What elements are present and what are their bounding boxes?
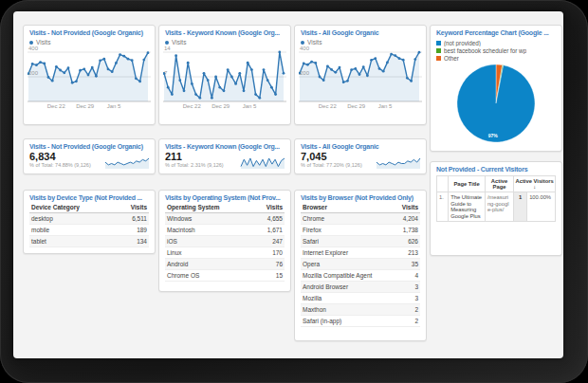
browser-table: BrowserVisitsChrome4,204Firefox1,738Safa… <box>301 203 420 327</box>
x-axis-tick-label: Jan 5 <box>243 103 257 109</box>
y-axis-tick-label: 14 <box>164 46 171 51</box>
widget-title[interactable]: Visits - All Google Organic <box>295 26 426 37</box>
legend-dot-icon <box>165 41 169 45</box>
widget-title[interactable]: Visits by Operating System (Not Prov... <box>159 191 290 202</box>
table-row: Chrome4,204 <box>301 213 420 225</box>
table-row: Maxthon2 <box>301 304 420 316</box>
table-cell-visits: 189 <box>115 225 149 236</box>
chart-widget-not-provided: Visits - Not Provided (Google Organic) V… <box>23 25 156 125</box>
current-visitors-table: Page Title Active Page Active Visitors ↓… <box>436 175 556 222</box>
table-header-row: Page Title Active Page Active Visitors ↓ <box>437 176 556 192</box>
table-cell-name: Safari (in-app) <box>301 316 394 327</box>
x-axis-tick-label: Dec 22 <box>183 103 201 109</box>
pie-slice-percent-label: 97% <box>488 133 499 138</box>
widget-title[interactable]: Keyword Percentage Chart (Google ... <box>431 26 561 37</box>
table-cell-visits: 247 <box>252 236 285 247</box>
pie-chart: 97% <box>431 62 561 145</box>
table-row: Windows4,655 <box>165 213 285 225</box>
table-cell-visits: 4 <box>394 270 420 282</box>
chart-widget-keyword-known: Visits - Keyword Known (Google Org... Vi… <box>158 25 291 125</box>
table-cell-visits: 626 <box>394 236 420 247</box>
table-header-cell: Operating System <box>165 203 252 213</box>
table-cell-name: Windows <box>165 213 252 225</box>
table-cell-visits: 3 <box>394 282 420 293</box>
table-header-active-page: Active Page <box>485 176 513 192</box>
legend-swatch-icon <box>436 56 441 61</box>
table-cell-name: Linux <box>165 247 252 259</box>
table-row: Mozilla Compatible Agent4 <box>301 270 420 282</box>
table-row: Internet Explorer213 <box>301 247 420 259</box>
widget-title[interactable]: Visits - Not Provided (Google Organic) <box>24 26 155 37</box>
active-visitors-count: 1 <box>514 192 527 222</box>
table-row: 1. The Ultimate Guide to Measuring Googl… <box>437 192 556 222</box>
table-header-cell: Device Category <box>29 203 115 213</box>
table-cell-name: Android <box>165 259 252 270</box>
table-cell-visits: 1,671 <box>252 225 285 236</box>
x-axis-tick-label: Dec 29 <box>211 103 230 109</box>
sparkline <box>104 156 150 170</box>
table-cell-visits: 213 <box>394 247 420 259</box>
y-axis-tick-label: 200 <box>300 70 309 76</box>
table-row: Safari626 <box>301 236 420 247</box>
x-axis-tick-label: Dec 29 <box>347 103 365 109</box>
current-visitors-widget: Not Provided - Current Visitors Page Tit… <box>430 161 562 256</box>
table-row: Firefox1,738 <box>301 225 420 236</box>
y-axis-tick-label: 200 <box>28 70 38 76</box>
widget-title[interactable]: Visits - Not Provided (Google Organic) <box>24 139 155 151</box>
x-axis-ticks: Dec 22Dec 29Jan 5 <box>163 102 286 111</box>
y-axis-tick-label: 7 <box>164 70 167 76</box>
widget-title[interactable]: Visits by Browser (Not Provided Only) <box>295 191 426 202</box>
chart-legend: Visits <box>295 37 426 46</box>
table-widget-browser: Visits by Browser (Not Provided Only) Br… <box>294 190 427 341</box>
chart-widget-all-organic: Visits - All Google Organic Visits 40020… <box>294 25 427 125</box>
widget-title[interactable]: Visits by Device Type (Not Provided ... <box>24 191 155 202</box>
pie-legend-item: Other <box>436 54 556 62</box>
widget-title[interactable]: Visits - All Google Organic <box>295 139 426 151</box>
legend-label: Visits <box>307 39 322 46</box>
row-index: 1. <box>437 192 449 222</box>
line-chart-plot: 147 <box>163 47 286 102</box>
widget-title[interactable]: Not Provided - Current Visitors <box>431 162 561 173</box>
chart-legend: Visits <box>24 37 155 46</box>
active-page-cell: /measuring-google-plus/ <box>485 192 513 222</box>
widget-title[interactable]: Visits - Keyword Known (Google Org... <box>159 139 290 151</box>
table-cell-name: iOS <box>165 236 252 247</box>
table-cell-name: Chrome <box>301 213 394 225</box>
table-header-active-visitors-sort[interactable]: Active Visitors ↓ <box>514 176 556 192</box>
table-cell-visits: 4,655 <box>252 213 285 225</box>
table-cell-name: Opera <box>301 259 394 270</box>
table-cell-name: mobile <box>29 225 115 236</box>
pie-legend-label: Other <box>444 55 459 62</box>
y-axis-tick-label: 400 <box>300 46 309 51</box>
table-row: mobile189 <box>29 225 149 236</box>
table-cell-visits: 2 <box>394 304 420 316</box>
table-row: Android Browser3 <box>301 282 420 293</box>
legend-swatch-icon <box>436 41 441 46</box>
x-axis-tick-label: Jan 5 <box>378 103 393 109</box>
table-row: Opera35 <box>301 259 420 270</box>
metric-widget-all-organic: Visits - All Google Organic 7,045 % of T… <box>294 138 427 174</box>
legend-dot-icon <box>301 41 304 45</box>
table-cell-name: Mozilla Compatible Agent <box>301 270 394 282</box>
table-header-index <box>437 176 449 192</box>
table-row: desktop6,511 <box>29 213 149 225</box>
widget-title[interactable]: Visits - Keyword Known (Google Org... <box>159 26 290 37</box>
table-cell-name: Macintosh <box>165 225 252 236</box>
table-header-cell: Visits <box>115 203 149 213</box>
table-cell-visits: 1,738 <box>394 225 420 236</box>
table-header-row: Operating SystemVisits <box>165 203 285 213</box>
table-widget-device-type: Visits by Device Type (Not Provided ... … <box>23 190 156 254</box>
table-cell-visits: 76 <box>252 259 285 270</box>
line-chart-plot: 400200 <box>28 47 151 102</box>
line-chart-svg <box>163 47 286 102</box>
x-axis-ticks: Dec 22Dec 29Jan 5 <box>299 102 422 111</box>
table-header-cell: Visits <box>252 203 285 213</box>
table-header-row: BrowserVisits <box>301 203 420 213</box>
table-cell-name: Chrome OS <box>165 270 252 282</box>
table-cell-name: Safari <box>301 236 394 247</box>
table-cell-visits: 6,511 <box>115 213 149 225</box>
device-type-table: Device CategoryVisitsdesktop6,511mobile1… <box>29 203 149 247</box>
metric-widget-not-provided: Visits - Not Provided (Google Organic) 6… <box>23 138 156 174</box>
pie-legend: (not provided)best facebook scheduler fo… <box>431 37 561 62</box>
table-cell-visits: 4,204 <box>394 213 420 225</box>
